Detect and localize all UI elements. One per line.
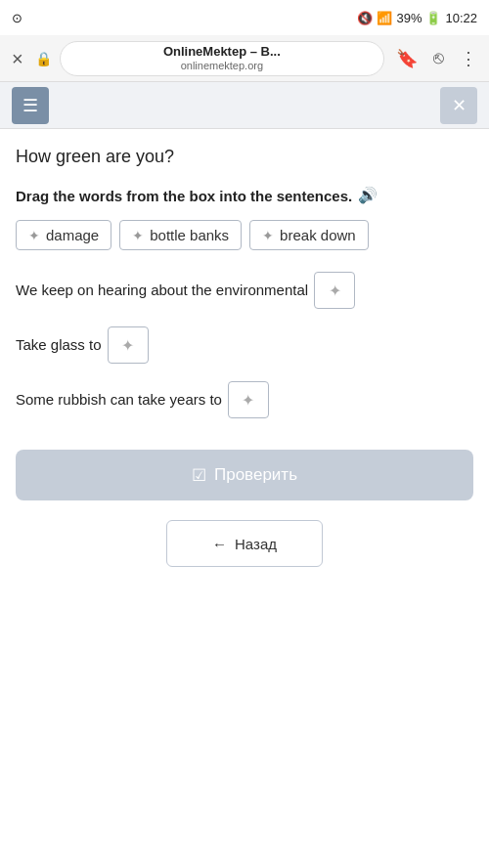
drop-box-1[interactable]: ✦ bbox=[314, 272, 355, 309]
silent-icon: 🔇 bbox=[357, 11, 373, 25]
chip-bottle-banks-label: bottle banks bbox=[150, 227, 229, 243]
lock-icon: 🔒 bbox=[35, 51, 52, 66]
url-box[interactable]: OnlineMektep – B... onlinemektep.org bbox=[60, 41, 384, 76]
drag-handle-icon: ✦ bbox=[262, 228, 274, 243]
drag-handle-icon: ✦ bbox=[28, 228, 40, 243]
status-left: ⊙ bbox=[12, 11, 22, 25]
site-url: onlinemektep.org bbox=[181, 60, 263, 72]
drop-box-2[interactable]: ✦ bbox=[108, 326, 149, 364]
instruction-text: Drag the words from the box into the sen… bbox=[16, 185, 473, 206]
battery-percent: 39% bbox=[396, 11, 422, 25]
drop-box-3[interactable]: ✦ bbox=[228, 381, 269, 418]
drop-placeholder-icon-2: ✦ bbox=[121, 333, 134, 359]
verify-check-icon: ☑ bbox=[192, 465, 206, 486]
sentence-3-before: Some rubbish can take years to bbox=[16, 388, 222, 412]
chip-break-down[interactable]: ✦ break down bbox=[249, 220, 369, 250]
drag-handle-icon: ✦ bbox=[132, 228, 144, 243]
sentence-1-before: We keep on hearing about the environment… bbox=[16, 279, 308, 302]
verify-label: Проверить bbox=[214, 465, 297, 485]
back-btn-row: ← Назад bbox=[16, 520, 473, 567]
toolbar: ☰ ✕ bbox=[0, 82, 489, 129]
page-title: How green are you? bbox=[16, 147, 473, 167]
close-button[interactable]: ✕ bbox=[440, 87, 477, 124]
sound-icon[interactable]: 🔊 bbox=[358, 185, 378, 206]
back-arrow-icon: ← bbox=[212, 536, 227, 552]
sentence-1: We keep on hearing about the environment… bbox=[16, 272, 473, 309]
site-title: OnlineMektep – B... bbox=[163, 44, 281, 60]
status-right: 🔇 📶 39% 🔋 10:22 bbox=[357, 11, 477, 25]
content-area: How green are you? Drag the words from t… bbox=[0, 129, 489, 590]
status-bar: ⊙ 🔇 📶 39% 🔋 10:22 bbox=[0, 0, 489, 35]
drop-placeholder-icon-1: ✦ bbox=[329, 279, 341, 304]
menu-button[interactable]: ☰ bbox=[12, 87, 49, 124]
sentences-container: We keep on hearing about the environment… bbox=[16, 272, 473, 418]
signal-icon: 📶 bbox=[377, 11, 392, 25]
battery-icon: 🔋 bbox=[425, 11, 441, 25]
sentence-2-before: Take glass to bbox=[16, 333, 102, 357]
verify-button[interactable]: ☑ Проверить bbox=[16, 450, 473, 500]
sentence-3: Some rubbish can take years to ✦ bbox=[16, 381, 473, 418]
instruction-label: Drag the words from the box into the sen… bbox=[16, 186, 352, 206]
drop-placeholder-icon-3: ✦ bbox=[242, 388, 254, 413]
time-display: 10:22 bbox=[445, 11, 477, 25]
browser-close-button[interactable]: × bbox=[8, 45, 27, 72]
share-icon[interactable]: ⎋ bbox=[429, 44, 448, 72]
chip-damage-label: damage bbox=[46, 227, 99, 243]
more-options-icon[interactable]: ⋮ bbox=[456, 44, 481, 73]
chip-damage[interactable]: ✦ damage bbox=[16, 220, 111, 250]
charging-icon: ⊙ bbox=[12, 11, 22, 25]
back-label: Назад bbox=[235, 536, 277, 552]
bookmark-icon[interactable]: 🔖 bbox=[392, 44, 422, 73]
word-chips-container: ✦ damage ✦ bottle banks ✦ break down bbox=[16, 220, 473, 250]
chip-break-down-label: break down bbox=[280, 227, 356, 243]
back-button[interactable]: ← Назад bbox=[166, 520, 323, 567]
sentence-2: Take glass to ✦ bbox=[16, 326, 473, 364]
chip-bottle-banks[interactable]: ✦ bottle banks bbox=[119, 220, 242, 250]
browser-bar: × 🔒 OnlineMektep – B... onlinemektep.org… bbox=[0, 35, 489, 82]
